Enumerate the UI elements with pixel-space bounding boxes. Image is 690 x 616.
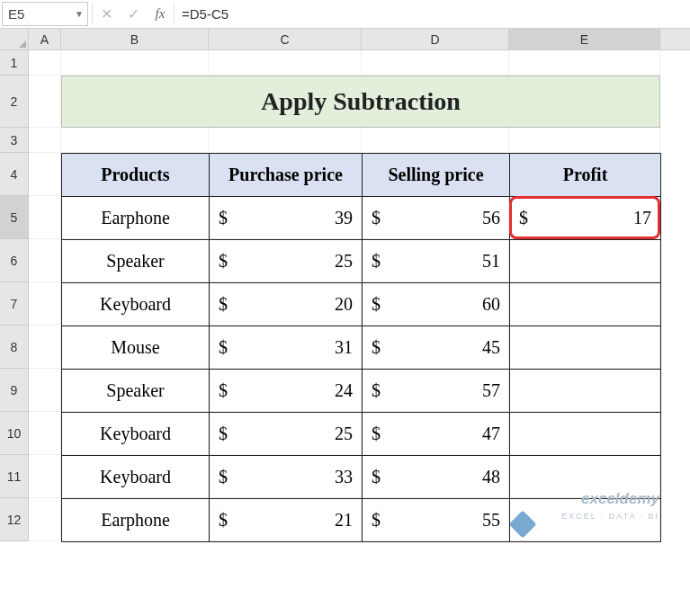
name-box-value: E5 <box>8 6 24 22</box>
cell-product[interactable]: Speaker <box>62 370 210 413</box>
row-header-5[interactable]: 5 <box>0 196 28 239</box>
table-row: Mouse$31$45 <box>62 326 661 370</box>
cell-product[interactable]: Mouse <box>62 326 210 370</box>
row-header-7[interactable]: 7 <box>0 282 28 326</box>
cell-value: 48 <box>482 467 500 487</box>
cell-profit[interactable] <box>510 326 661 370</box>
row-header-9[interactable]: 9 <box>0 369 28 412</box>
cell-product[interactable]: Keyboard <box>62 413 210 456</box>
cell-profit[interactable] <box>510 499 661 542</box>
currency-symbol: $ <box>219 208 228 228</box>
table-row: Earphone$39$56$17 <box>62 197 661 240</box>
page-title: Apply Subtraction <box>61 76 660 128</box>
row-header-12[interactable]: 12 <box>0 498 28 541</box>
fx-icon[interactable]: fx <box>147 0 174 28</box>
cell-product[interactable]: Earphone <box>62 197 210 240</box>
col-header-B[interactable]: B <box>61 29 209 49</box>
table-row: Speaker$25$51 <box>62 240 661 283</box>
formula-bar: E5 ▼ ✕ ✓ fx =D5-C5 <box>0 0 690 29</box>
cell-profit[interactable] <box>510 370 661 413</box>
cell-purchase[interactable]: $20 <box>210 283 363 326</box>
cell-product[interactable]: Keyboard <box>62 456 210 499</box>
row-header-10[interactable]: 10 <box>0 412 28 455</box>
row-header-1[interactable]: 1 <box>0 50 28 76</box>
row-headers: 1 2 3 4 5 6 7 8 9 10 11 12 <box>0 50 29 541</box>
cell-purchase[interactable]: $25 <box>210 240 363 283</box>
col-header-A[interactable]: A <box>29 29 61 49</box>
confirm-icon[interactable]: ✓ <box>120 0 147 28</box>
row-header-11[interactable]: 11 <box>0 455 28 498</box>
currency-symbol: $ <box>519 208 528 228</box>
cell-selling[interactable]: $57 <box>363 370 510 413</box>
cell-value: 55 <box>482 510 500 531</box>
select-all-corner[interactable] <box>0 29 29 49</box>
cell-value: 39 <box>335 208 353 228</box>
cancel-icon[interactable]: ✕ <box>93 0 120 28</box>
table-row: Keyboard$20$60 <box>62 283 661 326</box>
name-box[interactable]: E5 ▼ <box>2 2 88 26</box>
cell-profit[interactable]: $17 <box>510 197 661 240</box>
row-header-4[interactable]: 4 <box>0 153 28 196</box>
table-row: Earphone$21$55 <box>62 499 661 542</box>
row-header-6[interactable]: 6 <box>0 239 28 282</box>
currency-symbol: $ <box>372 380 381 401</box>
cell-value: 31 <box>335 337 353 358</box>
cell-value: 56 <box>482 208 500 228</box>
cell-purchase[interactable]: $21 <box>210 499 363 542</box>
cell-value: 57 <box>482 380 500 401</box>
spreadsheet: A B C D E 1 2 3 4 5 6 7 8 9 10 11 12 <box>0 29 690 541</box>
cell-selling[interactable]: $48 <box>363 456 510 499</box>
cell-purchase[interactable]: $25 <box>210 413 363 456</box>
table-row: Keyboard$25$47 <box>62 413 661 456</box>
col-header-C[interactable]: C <box>209 29 362 49</box>
cell-profit[interactable] <box>510 456 661 499</box>
currency-symbol: $ <box>219 337 228 358</box>
grid-area[interactable]: Apply Subtraction Products Purchase pric… <box>29 50 690 541</box>
chevron-down-icon[interactable]: ▼ <box>75 9 84 19</box>
cell-selling[interactable]: $45 <box>363 326 510 370</box>
cell-value: 25 <box>335 424 353 444</box>
cell-profit[interactable] <box>510 240 661 283</box>
row-header-2[interactable]: 2 <box>0 76 28 128</box>
cell-product[interactable]: Earphone <box>62 499 210 542</box>
cell-product[interactable]: Speaker <box>62 240 210 283</box>
cell-value: 20 <box>335 294 353 315</box>
cell-selling[interactable]: $51 <box>363 240 510 283</box>
row-header-3[interactable]: 3 <box>0 128 28 153</box>
cell-value: 24 <box>335 380 353 401</box>
cell-profit[interactable] <box>510 413 661 456</box>
cell-purchase[interactable]: $31 <box>210 326 363 370</box>
cell-selling[interactable]: $55 <box>363 499 510 542</box>
cell-purchase[interactable]: $24 <box>210 370 363 413</box>
cell-selling[interactable]: $60 <box>363 283 510 326</box>
formula-input[interactable]: =D5-C5 <box>175 0 690 28</box>
cell-profit[interactable] <box>510 283 661 326</box>
table-row: Keyboard$33$48 <box>62 456 661 499</box>
cell-value: 60 <box>482 294 500 315</box>
cell-selling[interactable]: $56 <box>363 197 510 240</box>
currency-symbol: $ <box>372 208 381 228</box>
col-header-D[interactable]: D <box>362 29 509 49</box>
col-header-E[interactable]: E <box>509 29 660 49</box>
table-row: Speaker$24$57 <box>62 370 661 413</box>
formula-text: =D5-C5 <box>182 6 229 22</box>
cell-purchase[interactable]: $33 <box>210 456 363 499</box>
cell-value: 47 <box>482 424 500 444</box>
currency-symbol: $ <box>219 424 228 444</box>
cell-value: 51 <box>482 251 500 272</box>
currency-symbol: $ <box>219 294 228 315</box>
cell-purchase[interactable]: $39 <box>210 197 363 240</box>
currency-symbol: $ <box>219 251 228 272</box>
table-header-row: Products Purchase price Selling price Pr… <box>62 154 661 197</box>
cell-value: 21 <box>335 510 353 531</box>
cell-value: 33 <box>335 467 353 487</box>
cell-value: 45 <box>482 337 500 358</box>
cell-value: 17 <box>633 208 651 228</box>
header-products: Products <box>62 154 210 197</box>
currency-symbol: $ <box>372 467 381 487</box>
cell-selling[interactable]: $47 <box>363 413 510 456</box>
currency-symbol: $ <box>372 424 381 444</box>
currency-symbol: $ <box>219 510 228 531</box>
cell-product[interactable]: Keyboard <box>62 283 210 326</box>
row-header-8[interactable]: 8 <box>0 326 28 369</box>
